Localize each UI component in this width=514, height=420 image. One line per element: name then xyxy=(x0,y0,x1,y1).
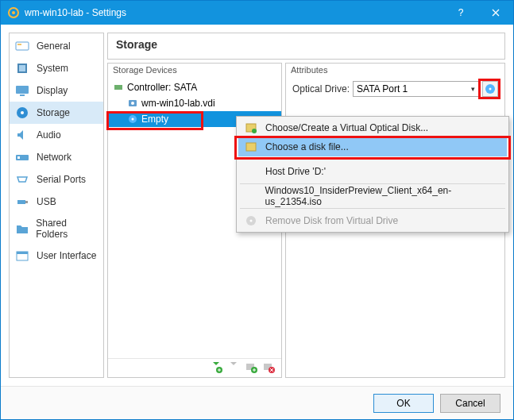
svg-rect-13 xyxy=(25,201,28,203)
sidebar-item-label: Audio xyxy=(37,129,61,141)
sidebar-item-label: User Interface xyxy=(37,250,96,261)
menu-label: Choose a disk file... xyxy=(265,141,349,152)
menu-separator xyxy=(240,159,505,160)
system-icon xyxy=(14,62,30,75)
blank-icon xyxy=(245,165,257,178)
svg-rect-12 xyxy=(17,200,25,204)
disk-context-menu: Choose/Create a Virtual Optical Disk... … xyxy=(236,116,509,233)
disc-icon xyxy=(127,114,138,125)
remove-controller-icon[interactable] xyxy=(227,360,242,375)
sidebar-item-label: Network xyxy=(37,152,71,163)
gear-icon xyxy=(7,6,20,19)
svg-rect-5 xyxy=(19,65,25,71)
controller-icon xyxy=(113,82,124,93)
svg-rect-2 xyxy=(16,42,29,50)
svg-point-27 xyxy=(489,88,492,91)
client-area: General System Display Storage Audio Net… xyxy=(1,25,513,386)
titlebar: wm-win10-lab - Settings ? xyxy=(1,1,513,25)
menu-separator xyxy=(240,208,505,209)
svg-rect-7 xyxy=(20,94,25,96)
button-label: OK xyxy=(396,398,410,409)
hdd-icon xyxy=(127,98,138,109)
disc-add-icon xyxy=(245,121,257,134)
menu-label: Host Drive 'D:' xyxy=(265,166,326,177)
controller-row[interactable]: Controller: SATA xyxy=(108,79,281,95)
svg-point-32 xyxy=(250,220,253,222)
storage-icon xyxy=(14,106,30,119)
attachment-label: Empty xyxy=(141,114,168,125)
sidebar-item-system[interactable]: System xyxy=(10,57,103,79)
sidebar-item-network[interactable]: Network xyxy=(10,146,103,168)
sidebar-item-display[interactable]: Display xyxy=(10,79,103,102)
storage-toolbar xyxy=(108,358,281,377)
sidebar-item-label: Display xyxy=(37,85,68,96)
attachment-vdi[interactable]: wm-win10-lab.vdi xyxy=(108,95,281,111)
svg-point-29 xyxy=(252,129,257,133)
combo-value: SATA Port 1 xyxy=(357,83,408,94)
audio-icon xyxy=(14,129,30,141)
panel-title: Attributes xyxy=(286,64,504,76)
attachment-label: wm-win10-lab.vdi xyxy=(141,98,215,109)
button-label: Cancel xyxy=(455,398,485,409)
display-icon xyxy=(14,84,30,97)
sidebar-item-label: General xyxy=(37,40,71,52)
optical-drive-label: Optical Drive: xyxy=(292,83,350,94)
controller-label: Controller: SATA xyxy=(127,82,197,93)
add-attachment-icon[interactable] xyxy=(245,360,259,375)
svg-rect-6 xyxy=(16,86,29,94)
sidebar-item-label: System xyxy=(37,63,68,74)
category-sidebar: General System Display Storage Audio Net… xyxy=(9,33,104,378)
folder-icon xyxy=(14,222,29,235)
disc-file-icon xyxy=(245,141,257,153)
menu-label: Choose/Create a Virtual Optical Disk... xyxy=(265,122,428,133)
menu-label: Windows10_InsiderPreview_Client_x64_en-u… xyxy=(265,185,501,207)
serial-icon xyxy=(14,173,30,186)
ok-button[interactable]: OK xyxy=(373,394,434,413)
cancel-button[interactable]: Cancel xyxy=(440,394,500,413)
sidebar-item-usb[interactable]: USB xyxy=(10,191,103,213)
sidebar-item-label: Shared Folders xyxy=(36,218,99,240)
sidebar-item-storage[interactable]: Storage xyxy=(10,102,103,124)
general-icon xyxy=(14,40,30,52)
menu-host-drive[interactable]: Host Drive 'D:' xyxy=(238,162,507,181)
network-icon xyxy=(14,151,30,164)
settings-window: wm-win10-lab - Settings ? General System… xyxy=(0,0,514,420)
disc-remove-icon xyxy=(245,214,257,227)
svg-rect-30 xyxy=(246,143,256,151)
choose-disk-button[interactable] xyxy=(482,81,498,97)
menu-remove-disk: Remove Disk from Virtual Drive xyxy=(238,211,507,230)
ui-icon xyxy=(14,249,30,262)
optical-drive-row: Optical Drive: SATA Port 1 xyxy=(292,81,498,97)
close-button[interactable] xyxy=(478,1,513,25)
remove-attachment-icon[interactable] xyxy=(262,360,276,375)
menu-separator xyxy=(240,183,505,184)
sidebar-item-general[interactable]: General xyxy=(10,35,103,57)
usb-icon xyxy=(14,195,30,208)
svg-point-20 xyxy=(132,118,134,121)
window-title: wm-win10-lab - Settings xyxy=(25,7,443,18)
page-title: Storage xyxy=(107,33,505,60)
blank-icon xyxy=(245,190,257,202)
sidebar-item-serial[interactable]: Serial Ports xyxy=(10,168,103,191)
dialog-footer: OK Cancel xyxy=(1,386,513,419)
svg-point-9 xyxy=(21,111,24,114)
svg-rect-3 xyxy=(17,44,21,45)
help-button[interactable]: ? xyxy=(443,1,478,25)
optical-drive-combo[interactable]: SATA Port 1 xyxy=(353,81,479,97)
sidebar-item-label: USB xyxy=(37,196,56,207)
menu-recent-iso[interactable]: Windows10_InsiderPreview_Client_x64_en-u… xyxy=(238,187,507,206)
sidebar-item-shared[interactable]: Shared Folders xyxy=(10,213,103,245)
sidebar-item-ui[interactable]: User Interface xyxy=(10,245,103,267)
svg-rect-16 xyxy=(114,85,122,90)
svg-point-18 xyxy=(131,102,134,105)
add-controller-icon[interactable] xyxy=(210,360,224,375)
svg-rect-11 xyxy=(17,156,20,159)
menu-choose-create[interactable]: Choose/Create a Virtual Optical Disk... xyxy=(238,118,507,137)
sidebar-item-audio[interactable]: Audio xyxy=(10,124,103,146)
panel-title: Storage Devices xyxy=(108,64,281,76)
menu-choose-file[interactable]: Choose a disk file... xyxy=(238,137,507,156)
svg-point-1 xyxy=(12,11,15,14)
sidebar-item-label: Storage xyxy=(37,107,70,118)
svg-rect-15 xyxy=(17,252,28,254)
sidebar-item-label: Serial Ports xyxy=(37,174,86,185)
